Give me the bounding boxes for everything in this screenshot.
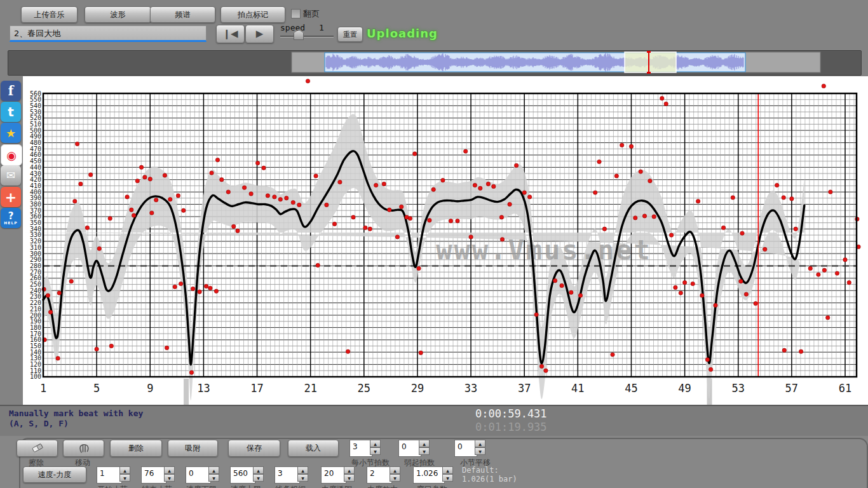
beat-dot[interactable] [215,158,219,162]
beat-dot[interactable] [569,290,573,294]
beat-dot[interactable] [775,183,779,187]
beat-dot[interactable] [817,273,820,276]
measure-shift-spinner-up-arrow[interactable]: ▲ [475,440,485,447]
twitter-icon[interactable]: t [1,102,21,122]
beat-dot[interactable] [168,198,172,201]
beat-dot[interactable] [597,159,601,163]
upload-music-button[interactable]: 上传音乐 [21,6,78,23]
beat-mark-button[interactable]: 拍点标记 [220,6,285,23]
beat-dot[interactable] [163,173,166,177]
beat-dot[interactable] [843,258,847,262]
beat-dot[interactable] [829,190,832,194]
beat-dot[interactable] [419,351,423,355]
beat-dot[interactable] [182,208,186,212]
beat-dot[interactable] [48,310,52,314]
beat-dot[interactable] [499,215,503,219]
start-measure-spinner-up-arrow[interactable]: ▲ [119,466,130,474]
beat-dot[interactable] [500,238,504,241]
beat-dot[interactable] [642,214,646,218]
beat-dot[interactable] [740,231,744,235]
beat-dot[interactable] [739,280,743,283]
beat-dot[interactable] [456,219,459,223]
beat-dot[interactable] [46,294,50,297]
beat-dot[interactable] [763,247,767,251]
help-icon[interactable]: ?HELP [1,208,21,228]
beat-dot[interactable] [822,268,826,272]
beat-dot[interactable] [660,97,664,100]
beat-dot[interactable] [400,205,403,208]
dynamics-scale-spinner-value[interactable]: 2 [367,466,392,484]
play-button[interactable]: ▶ [245,25,274,43]
beat-dot[interactable] [220,178,224,182]
facebook-icon[interactable]: f [1,81,21,101]
tempo-chart[interactable]: 1001101201301401501601701801902002102202… [23,76,868,405]
beat-dot[interactable] [191,287,194,290]
beat-dot[interactable] [266,194,269,198]
beats-per-measure-spinner-down-arrow[interactable]: ▼ [370,447,381,455]
snap-button[interactable]: 吸附 [168,440,218,457]
beat-dot[interactable] [95,347,98,351]
beat-dot[interactable] [614,174,618,178]
beat-dot[interactable] [714,303,717,307]
beat-dot[interactable] [620,143,624,147]
beat-dot[interactable] [794,227,797,231]
dynamics-scale-spinner-up-arrow[interactable]: ▲ [390,466,400,474]
beat-dot[interactable] [97,247,101,250]
beat-dot[interactable] [431,187,435,191]
beat-dot[interactable] [79,182,83,186]
beat-dot[interactable] [297,203,301,207]
beat-dot[interactable] [847,281,851,285]
beat-dot[interactable] [449,219,452,223]
addthis-icon[interactable]: + [1,187,21,207]
beat-dot[interactable] [602,227,606,231]
beat-dot[interactable] [754,301,757,305]
beat-dot[interactable] [130,208,133,212]
beat-dot[interactable] [473,183,477,187]
speed-min-spinner-up-arrow[interactable]: ▲ [208,466,219,474]
measure-shift-spinner-down-arrow[interactable]: ▼ [475,447,485,455]
beat-dot[interactable] [332,222,336,226]
beat-dot[interactable] [639,170,642,173]
beat-dot[interactable] [382,182,386,186]
start-measure-spinner-down-arrow[interactable]: ▼ [119,474,130,482]
beat-dot[interactable] [679,291,682,295]
weibo-icon[interactable]: ◉ [1,144,22,166]
beat-dot[interactable] [306,79,309,83]
beat-dot[interactable] [232,224,236,228]
beat-dot[interactable] [682,281,686,285]
beat-dot[interactable] [508,202,512,206]
load-button[interactable]: 载入 [288,440,339,457]
beat-dot[interactable] [368,227,372,231]
beat-dot[interactable] [553,279,557,283]
speed-slider-track[interactable] [280,36,334,37]
beat-dot[interactable] [417,266,421,270]
beat-dot[interactable] [374,183,378,187]
beat-dot[interactable] [132,214,135,217]
beat-dot[interactable] [826,316,830,320]
window-param-spinner-down-arrow[interactable]: ▼ [442,474,453,482]
song-title-input[interactable] [10,25,207,42]
beat-dot[interactable] [652,215,656,219]
beat-dot[interactable] [539,364,543,368]
dynamics-scale-spinner-down-arrow[interactable]: ▼ [390,474,400,482]
beat-dot[interactable] [782,196,785,200]
end-measure-spinner-up-arrow[interactable]: ▲ [164,466,175,474]
end-measure-spinner-down-arrow[interactable]: ▼ [164,474,175,482]
beat-dot[interactable] [808,266,812,270]
beat-dot[interactable] [469,235,473,239]
window-param-spinner-value[interactable]: 1.026 [413,466,445,484]
pickup-beats-spinner-value[interactable]: 0 [398,440,421,457]
beat-dot[interactable] [316,263,320,267]
beat-dot[interactable] [57,291,61,295]
beat-dot[interactable] [782,348,786,352]
beat-dot[interactable] [492,184,496,188]
speed-max-spinner-up-arrow[interactable]: ▲ [253,466,264,474]
beat-dot[interactable] [75,142,79,146]
beat-dot[interactable] [338,180,342,184]
beat-dot[interactable] [108,217,112,220]
end-measure-spinner-value[interactable]: 76 [141,466,166,484]
beat-dot[interactable] [691,281,695,285]
beat-dot[interactable] [242,186,246,189]
beat-dot[interactable] [291,200,295,204]
pickup-beats-spinner-up-arrow[interactable]: ▲ [419,440,430,447]
